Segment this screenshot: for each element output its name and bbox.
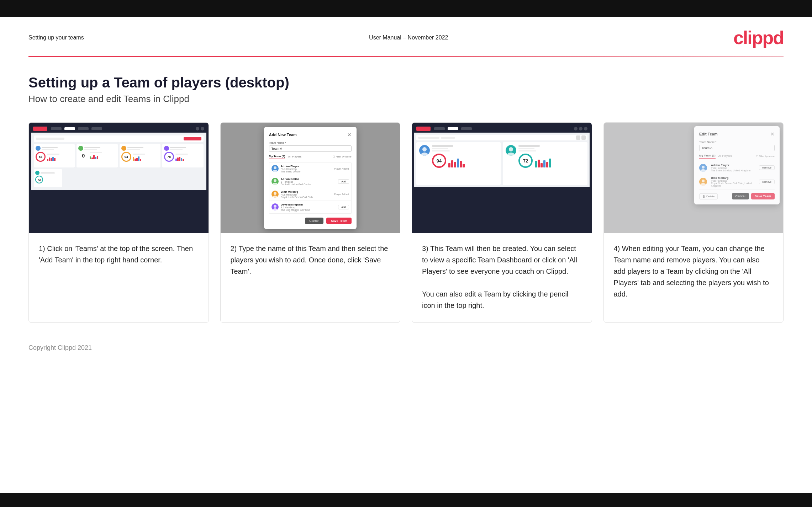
add-team-modal: Add New Team ✕ Team Name * Team A My Tea… bbox=[264, 127, 357, 229]
add-player-button[interactable]: Add bbox=[338, 179, 349, 184]
logo: clippd bbox=[733, 27, 784, 48]
header-center: User Manual – November 2022 bbox=[369, 34, 448, 41]
main-title: Setting up a Team of players (desktop) bbox=[28, 75, 784, 91]
ss3-nav-item bbox=[461, 127, 472, 130]
svg-point-3 bbox=[273, 183, 278, 185]
top-bar bbox=[0, 0, 812, 17]
modal-footer: Cancel Save Team bbox=[269, 218, 352, 224]
screenshot-4: Edit Team ✕ Team Name * Team A My Team (… bbox=[604, 123, 784, 233]
player-list: Adrian Player Plus Handicap The Shire, L… bbox=[269, 162, 352, 214]
player-info: Dave Billingham 3.5 Handicap The Dog Mag… bbox=[281, 203, 336, 211]
svg-point-6 bbox=[274, 205, 276, 208]
player-sub2: The Shire, London bbox=[281, 170, 332, 173]
svg-point-10 bbox=[509, 147, 513, 151]
cancel-button[interactable]: Cancel bbox=[305, 218, 323, 224]
ss1-logo bbox=[33, 127, 47, 131]
modal-close-icon[interactable]: ✕ bbox=[347, 132, 352, 138]
card-2-text: 2) Type the name of this Team and then s… bbox=[221, 233, 400, 322]
card-4: Edit Team ✕ Team Name * Team A My Team (… bbox=[603, 122, 784, 323]
copyright: Copyright Clippd 2021 bbox=[28, 344, 92, 351]
player-item: Dave Billingham 3.5 Handicap The Dog Mag… bbox=[269, 201, 351, 214]
ss3-player-card: 94 bbox=[416, 142, 501, 185]
player-info: Adrian Player Plus Handicap The Shire, L… bbox=[281, 165, 332, 173]
card-4-text: 4) When editing your Team, you can chang… bbox=[604, 233, 784, 322]
player-sub1: 1 Handicap bbox=[281, 181, 336, 183]
footer: Copyright Clippd 2021 bbox=[0, 344, 812, 366]
screenshot-1: 84 bbox=[29, 123, 209, 233]
card-1: 84 bbox=[28, 122, 209, 323]
player-sub1: Plus Handicap bbox=[281, 168, 332, 170]
card-1-text: 1) Click on 'Teams' at the top of the sc… bbox=[29, 233, 209, 322]
svg-point-8 bbox=[422, 147, 427, 151]
tab-my-team[interactable]: My Team (2) bbox=[269, 155, 285, 159]
svg-point-9 bbox=[421, 153, 428, 156]
player-sub1: Plus Handicap bbox=[281, 193, 332, 196]
card-3: 94 bbox=[412, 122, 592, 323]
ss3-nav-item-active bbox=[448, 127, 458, 130]
card-3-text: 3) This Team will then be created. You c… bbox=[412, 233, 592, 322]
header: Setting up your teams User Manual – Nove… bbox=[0, 17, 812, 48]
player-sub2: The Dog Maggot Golf Club bbox=[281, 209, 336, 211]
svg-point-7 bbox=[273, 208, 278, 210]
player-name: Blair McHarg bbox=[281, 190, 332, 193]
modal-tabs: My Team (2) All Players ☐ Filter by name bbox=[269, 155, 352, 159]
svg-point-2 bbox=[274, 179, 276, 182]
player-info: Blair McHarg Plus Handicap Royal North D… bbox=[281, 190, 332, 198]
player-avatar bbox=[271, 178, 279, 185]
ss1-nav-item-active bbox=[64, 127, 75, 130]
ss3-content: 94 bbox=[414, 133, 590, 187]
svg-point-0 bbox=[274, 166, 276, 169]
screenshot-3: 94 bbox=[412, 123, 592, 233]
tab-all-players[interactable]: All Players bbox=[288, 155, 301, 159]
save-team-button[interactable]: Save Team bbox=[326, 218, 351, 224]
svg-point-4 bbox=[274, 192, 276, 195]
player-avatar bbox=[271, 165, 279, 172]
player-info: Adrian Coliba 1 Handicap Central London … bbox=[281, 177, 336, 186]
player-sub1: 3.5 Handicap bbox=[281, 206, 336, 209]
ss1-nav-item bbox=[91, 127, 102, 130]
add-player-button[interactable]: Add bbox=[338, 205, 349, 209]
header-left: Setting up your teams bbox=[28, 34, 84, 41]
title-section: Setting up a Team of players (desktop) H… bbox=[0, 57, 812, 115]
screenshot-2: Add New Team ✕ Team Name * Team A My Tea… bbox=[221, 123, 400, 233]
ss3-nav-item bbox=[434, 127, 445, 130]
player-name: Adrian Coliba bbox=[281, 177, 336, 181]
svg-point-1 bbox=[273, 170, 278, 172]
player-name: Adrian Player bbox=[281, 165, 332, 168]
player-avatar bbox=[271, 191, 279, 198]
ss1-nav-item bbox=[51, 127, 62, 130]
player-name: Dave Billingham bbox=[281, 203, 336, 206]
card-2: Add New Team ✕ Team Name * Team A My Tea… bbox=[220, 122, 401, 323]
svg-point-5 bbox=[273, 196, 278, 198]
sub-title: How to create and edit Teams in Clippd bbox=[28, 94, 784, 105]
player-sub2: Central London Golf Centre bbox=[281, 183, 336, 186]
player-sub2: Royal North Devon Golf Club bbox=[281, 196, 332, 198]
ss3-player-card: 72 bbox=[503, 142, 587, 185]
player-item: Adrian Player Plus Handicap The Shire, L… bbox=[269, 162, 351, 175]
ss1-nav-item bbox=[78, 127, 89, 130]
player-added-label: Player Added bbox=[334, 193, 349, 196]
bottom-bar bbox=[0, 493, 812, 507]
modal-title: Add New Team bbox=[269, 133, 297, 137]
field-label: Team Name * bbox=[269, 141, 352, 144]
player-item: Blair McHarg Plus Handicap Royal North D… bbox=[269, 188, 351, 201]
filter-label: ☐ Filter by name bbox=[333, 155, 351, 158]
ss3-logo bbox=[416, 127, 431, 131]
team-name-input[interactable]: Team A bbox=[269, 145, 352, 152]
ss1-content: 84 bbox=[31, 133, 206, 190]
player-avatar bbox=[271, 203, 279, 210]
svg-point-11 bbox=[507, 153, 515, 156]
player-added-label: Player Added bbox=[334, 167, 349, 170]
player-item: Adrian Coliba 1 Handicap Central London … bbox=[269, 175, 351, 188]
cards-container: 84 bbox=[0, 122, 812, 344]
